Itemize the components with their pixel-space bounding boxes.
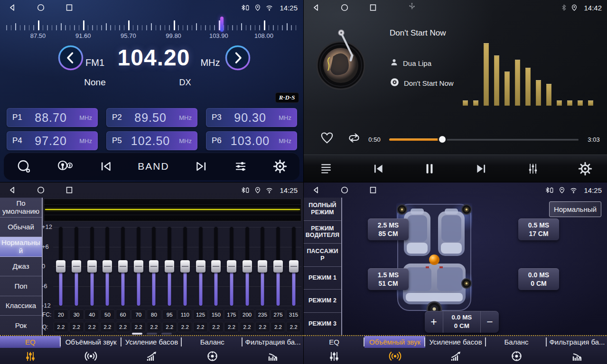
eq-slider-knob[interactable] (258, 260, 267, 273)
back-button[interactable] (311, 185, 321, 195)
eq-preset-item[interactable]: Обычай (0, 218, 42, 237)
fc-value[interactable]: 30 (69, 309, 84, 320)
eq-slider-knob[interactable] (227, 260, 236, 273)
eq-slider-knob[interactable] (289, 260, 299, 273)
eq-band-slider[interactable] (69, 227, 84, 306)
q-value[interactable]: 2.2 (162, 322, 177, 332)
fc-value[interactable]: 125 (193, 309, 208, 320)
tab-bass-filter[interactable]: Фильтрация ба... (547, 336, 607, 364)
q-value[interactable]: 2.2 (69, 322, 84, 332)
listen-mode-item[interactable]: РЕЖИМ 1 (304, 267, 341, 290)
fc-value[interactable]: 95 (162, 309, 177, 320)
eq-slider-knob[interactable] (134, 260, 143, 273)
fc-value[interactable]: 80 (147, 309, 161, 320)
delay-decrease-button[interactable]: − (481, 311, 499, 333)
eq-band-slider[interactable] (84, 227, 100, 306)
eq-slider-knob[interactable] (243, 260, 252, 273)
sound-profile-button[interactable]: Нормальный (549, 201, 601, 217)
q-value[interactable]: 2.2 (177, 322, 192, 332)
q-value[interactable]: 2.2 (240, 322, 254, 332)
fc-value[interactable]: 40 (84, 309, 99, 320)
eq-band-slider[interactable] (271, 227, 286, 306)
fc-value[interactable]: 70 (131, 309, 146, 320)
eq-preset-item[interactable]: Джаз (0, 257, 42, 277)
eq-preset-item[interactable]: Поп (0, 276, 42, 296)
back-button[interactable] (311, 3, 321, 12)
q-value[interactable]: 2.2 (286, 322, 301, 332)
eq-band-slider[interactable] (255, 227, 271, 306)
tab-bass-filter[interactable]: Фильтрация ба... (243, 336, 303, 364)
home-button[interactable] (36, 3, 46, 12)
recents-button[interactable] (368, 185, 378, 195)
fc-value[interactable]: 275 (271, 309, 285, 320)
fc-value[interactable]: 50 (100, 309, 115, 320)
dial-pointer[interactable] (220, 17, 224, 32)
eq-preset-item[interactable]: Классика (0, 296, 42, 316)
eq-band-slider[interactable] (146, 227, 162, 306)
playlist-button[interactable] (319, 162, 333, 175)
eq-slider-knob[interactable] (56, 260, 65, 273)
fc-value[interactable]: 200 (240, 309, 254, 320)
eq-band-slider[interactable] (286, 227, 301, 306)
eq-slider-knob[interactable] (72, 260, 81, 273)
previous-track-button[interactable] (371, 162, 385, 175)
listen-mode-item[interactable]: РЕЖИМ ВОДИТЕЛЯ (304, 221, 341, 244)
next-track-button[interactable] (474, 162, 488, 175)
page-dash[interactable] (161, 333, 172, 335)
previous-station-button[interactable] (99, 160, 113, 173)
eq-preset-item[interactable]: По умолчанию (0, 198, 42, 218)
eq-slider-knob[interactable] (118, 260, 128, 273)
scan-button[interactable] (16, 159, 31, 174)
band-button[interactable]: BAND (138, 161, 169, 172)
tab-bass-boost[interactable]: Усиление басов (121, 336, 182, 364)
equalizer-button[interactable] (233, 160, 248, 173)
frequency-dial[interactable]: 87.5091.6095.7099.80103.90108.00 (2, 16, 301, 40)
settings-gear-icon[interactable] (273, 159, 287, 173)
listen-mode-item[interactable]: ПАССАЖИР (304, 244, 341, 267)
home-button[interactable] (36, 185, 46, 195)
fc-value[interactable]: 60 (116, 309, 131, 320)
front-left-delay-badge[interactable]: 2.5 MS85 CM (368, 218, 409, 240)
preset-button[interactable]: P497.20MHz (7, 131, 98, 150)
fc-value[interactable]: 150 (209, 309, 224, 320)
listen-mode-item[interactable]: РЕЖИМ 3 (304, 313, 341, 336)
audio-faders-button[interactable] (526, 162, 540, 175)
album-art[interactable] (310, 26, 371, 94)
eq-band-slider[interactable] (115, 227, 131, 306)
eq-band-slider[interactable] (224, 227, 240, 306)
tab-eq[interactable]: EQ (0, 336, 61, 364)
page-dash[interactable] (147, 333, 157, 335)
tab-surround-sound[interactable]: Объёмный звук (61, 336, 121, 364)
eq-slider-knob[interactable] (149, 260, 159, 273)
eq-slider-knob[interactable] (165, 260, 174, 273)
q-value[interactable]: 2.2 (209, 322, 224, 332)
preset-button[interactable]: P6103.00MHz (206, 131, 297, 150)
eq-band-slider[interactable] (193, 227, 208, 306)
recents-button[interactable] (368, 3, 378, 12)
listen-mode-item[interactable]: ПОЛНЫЙ РЕЖИМ (304, 198, 341, 221)
eq-band-slider[interactable] (239, 227, 255, 306)
tab-balance[interactable]: Баланс (182, 336, 243, 364)
eq-slider-knob[interactable] (180, 260, 190, 273)
preset-button[interactable]: P188.70MHz (7, 108, 98, 127)
tab-eq[interactable]: EQ (304, 336, 364, 364)
q-value[interactable]: 2.2 (271, 322, 285, 332)
seek-bar[interactable] (389, 135, 579, 144)
q-value[interactable]: 2.2 (100, 322, 115, 332)
eq-band-slider[interactable] (177, 227, 193, 306)
favorite-button[interactable] (319, 131, 335, 147)
delay-increase-button[interactable]: + (425, 311, 443, 333)
eq-band-slider[interactable] (100, 227, 115, 306)
recents-button[interactable] (65, 185, 74, 195)
rear-left-delay-badge[interactable]: 1.5 MS51 CM (368, 268, 409, 290)
tab-bass-boost[interactable]: Усиление басов (425, 336, 486, 364)
home-button[interactable] (340, 185, 349, 195)
listen-mode-item[interactable]: РЕЖИМ 2 (304, 290, 341, 313)
fc-value[interactable]: 20 (54, 309, 68, 320)
fc-value[interactable]: 175 (224, 309, 239, 320)
repeat-button[interactable] (346, 131, 363, 147)
preset-button[interactable]: P390.30MHz (206, 108, 297, 127)
seek-knob[interactable] (439, 136, 446, 143)
fc-value[interactable]: 110 (177, 309, 192, 320)
q-value[interactable]: 2.2 (116, 322, 131, 332)
